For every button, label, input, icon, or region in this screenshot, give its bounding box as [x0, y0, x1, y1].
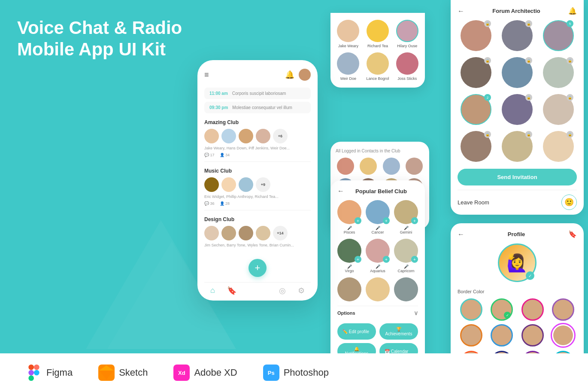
user-name-4: Weir Doe [336, 76, 361, 81]
border-color-option-8[interactable] [552, 324, 574, 346]
speaker-aquarius-icon: 🎤 [366, 264, 390, 269]
speaker-cancer-avatar: + [366, 200, 390, 224]
design-av-4 [256, 226, 270, 240]
header-icons: 🔔 [285, 69, 311, 81]
contact-avatar-4 [406, 158, 423, 175]
speaker-capricorn-add[interactable]: + [411, 256, 418, 263]
amazing-club-section: Amazing Club +6 Jake Weary, Hans Down, P… [204, 119, 311, 157]
notification-bell-icon[interactable]: 🔔 [285, 70, 294, 79]
music-av-3 [239, 177, 253, 192]
amazing-av-extra: +6 [273, 129, 288, 143]
design-av-3 [239, 226, 253, 240]
forum-avatar-3: 5 [540, 20, 577, 53]
speaker-aquarius-add[interactable]: + [383, 256, 390, 263]
smile-button[interactable]: 🙂 [561, 194, 577, 210]
border-color-option-4[interactable] [552, 298, 574, 321]
amazing-av-2 [221, 129, 236, 143]
nav-explore-icon[interactable]: ◎ [279, 286, 286, 295]
border-color-option-1[interactable] [460, 298, 482, 321]
bottom-navigation: ⌂ 🔖 ◎ ⚙ [204, 282, 311, 295]
forum-avatar-10: 🔒 [458, 131, 494, 164]
nav-settings-icon[interactable]: ⚙ [298, 286, 305, 295]
speaker-capricorn: + 🎤 Capricorn [394, 239, 418, 273]
speaker-aquarius-avatar: + [366, 239, 390, 263]
speaker-capricorn-avatar: + [394, 239, 418, 263]
extra-speaker-2 [366, 277, 390, 301]
border-color-option-2[interactable]: ✓ [491, 298, 513, 321]
figma-tool: Figma [26, 365, 73, 381]
phone-screen-header: ≡ 🔔 [204, 69, 311, 81]
lock-badge-8: 🔒 [525, 94, 532, 101]
amazing-av-3 [239, 129, 253, 143]
user-name-5: Lance Bogrol [365, 76, 391, 81]
speaker-gemini-icon: 🎤 [394, 226, 418, 230]
user-avatar-header[interactable] [299, 69, 311, 81]
leave-room-row: Leave Room 🙂 [458, 190, 577, 214]
speaker-virgo-icon: 🎤 [337, 264, 361, 269]
featured-user-5: Lance Bogrol [365, 52, 391, 81]
speaker-gemini-add[interactable]: + [411, 217, 418, 224]
figma-icon [26, 365, 42, 381]
user-name-3: Hilary Ouse [394, 44, 420, 48]
music-people: 👤 28 [220, 201, 230, 206]
contact-avatar-2 [360, 158, 377, 175]
popular-belief-panel: ← Popular Belief Club + 🎤 Pisces + 🎤 Can… [330, 180, 425, 378]
extra-speaker-3 [394, 277, 418, 301]
divider-1 [204, 161, 311, 162]
border-color-option-5[interactable] [460, 324, 482, 346]
svg-rect-5 [28, 375, 34, 381]
time-slot-2: 09:30 pm Molestiae consequatur vel illum [204, 102, 311, 113]
forum-back-icon[interactable]: ← [458, 7, 464, 15]
speaker-pisces-name: 🎤 [337, 226, 361, 230]
achievements-button[interactable]: 🏆 Achievements [379, 323, 418, 340]
featured-row-2: Weir Doe Lance Bogrol Joss Sticks [336, 52, 420, 81]
edit-profile-button[interactable]: ✏️ Edit profile [337, 323, 376, 340]
music-av-2 [221, 177, 236, 192]
design-club-title: Design Club [204, 216, 311, 222]
forum-panel-header: ← Forum Architectio 🔔 [458, 7, 577, 15]
design-av-extra: +14 [273, 226, 288, 240]
speaker-cancer-add[interactable]: + [383, 217, 390, 224]
speaker-aquarius-label: Aquarius [366, 269, 390, 273]
forum-avatar-8: 🔒 [499, 94, 536, 127]
speaker-virgo-avatar: + [337, 239, 361, 263]
contacts-title: All Logged in Contacts in the Club [336, 149, 424, 153]
speaker-gemini-avatar: + [394, 200, 418, 224]
belief-panel-header: ← Popular Belief Club [337, 187, 418, 195]
forum-panel: ← Forum Architectio 🔔 🔒 🔒 5 🔒 🔒 🔒 [451, 0, 584, 215]
lock-badge-1: 🔒 [484, 20, 491, 27]
forum-avatar-11: 🔒 [499, 131, 536, 164]
nav-home-icon[interactable]: ⌂ [210, 286, 215, 295]
amazing-av-1 [204, 129, 219, 143]
options-label: Options [337, 310, 355, 316]
border-colors-grid: ✓ [458, 298, 577, 346]
border-color-option-3[interactable] [521, 298, 544, 321]
border-color-option-7[interactable] [521, 324, 544, 346]
options-chevron-icon: ∨ [414, 310, 418, 316]
featured-user-2: Richard Tea [365, 20, 391, 48]
lock-badge-12: 🔒 [567, 131, 573, 138]
design-av-1 [204, 226, 219, 240]
music-club-section: Music Club +9 Eric Widget, Phillip Anthr… [204, 168, 311, 206]
forum-avatar-5: 🔒 [499, 57, 536, 90]
profile-check-icon: ✓ [526, 271, 534, 280]
hamburger-icon[interactable]: ≡ [204, 70, 209, 79]
profile-back-icon[interactable]: ← [458, 231, 464, 238]
nav-bookmark-icon[interactable]: 🔖 [227, 286, 236, 295]
main-title: Voice Chat & Radio Mobile App UI Kit [17, 17, 182, 61]
contact-avatar-1 [337, 158, 354, 175]
profile-avatar-large: 🙋‍♀️ ✓ [498, 243, 536, 282]
design-av-2 [221, 226, 236, 240]
send-invitation-button[interactable]: Send Invitation [458, 169, 577, 185]
border-color-option-6[interactable] [491, 324, 513, 346]
back-arrow-icon[interactable]: ← [337, 187, 344, 195]
speaker-pisces-add[interactable]: + [355, 217, 361, 224]
music-av-extra: +9 [256, 177, 270, 192]
fab-add-button[interactable]: + [249, 259, 267, 277]
divider-2 [204, 210, 311, 210]
speaker-virgo-add[interactable]: + [355, 256, 361, 263]
lock-badge-10: 🔒 [484, 131, 491, 138]
ps-icon: Ps [263, 365, 279, 381]
design-club-members: Jim Sechen, Barry Tone, Wyles Tone, Bria… [204, 243, 311, 247]
time-2: 09:30 pm [209, 105, 228, 110]
